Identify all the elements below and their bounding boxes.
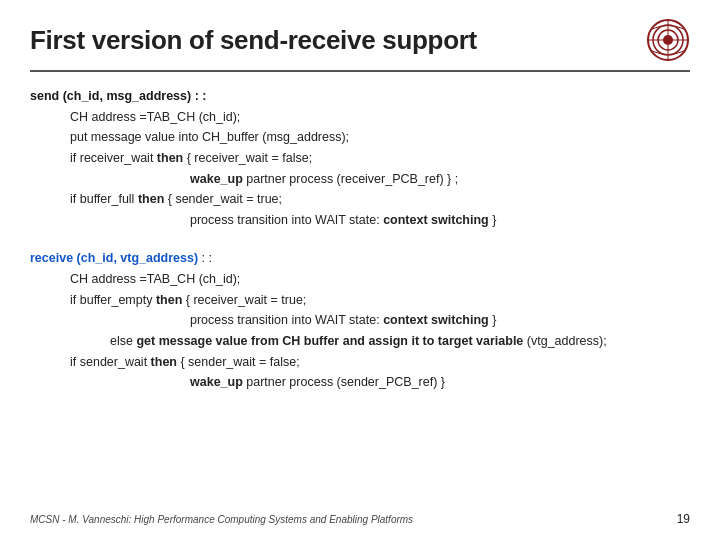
send-line5: if buffer_full then { sender_wait = true…	[30, 189, 690, 210]
receive-line6: wake_up partner process (sender_PCB_ref)…	[30, 372, 690, 393]
footer: MCSN - M. Vanneschi: High Performance Co…	[30, 512, 690, 526]
footer-page-number: 19	[677, 512, 690, 526]
send-func-name: send (ch_id, msg_address) : :	[30, 89, 206, 103]
page-title: First version of send-receive support	[30, 25, 477, 56]
receive-header: receive (ch_id, vtg_address) : :	[30, 248, 690, 269]
logo-icon	[646, 18, 690, 62]
send-section: send (ch_id, msg_address) : : CH address…	[30, 86, 690, 230]
send-header: send (ch_id, msg_address) : :	[30, 86, 690, 107]
receive-line2: if buffer_empty then { receiver_wait = t…	[30, 290, 690, 311]
send-line4: wake_up partner process (receiver_PCB_re…	[30, 169, 690, 190]
send-line1: CH address =TAB_CH (ch_id);	[30, 107, 690, 128]
receive-line5: if sender_wait then { sender_wait = fals…	[30, 352, 690, 373]
receive-line3: process transition into WAIT state: cont…	[30, 310, 690, 331]
send-line6: process transition into WAIT state: cont…	[30, 210, 690, 231]
title-area: First version of send-receive support	[30, 18, 690, 72]
send-line2: put message value into CH_buffer (msg_ad…	[30, 127, 690, 148]
send-line3: if receiver_wait then { receiver_wait = …	[30, 148, 690, 169]
footer-text: MCSN - M. Vanneschi: High Performance Co…	[30, 514, 413, 525]
receive-func-name: receive (ch_id, vtg_address)	[30, 251, 198, 265]
receive-line4: else get message value from CH buffer an…	[30, 331, 690, 352]
receive-section: receive (ch_id, vtg_address) : : CH addr…	[30, 248, 690, 392]
content-area: send (ch_id, msg_address) : : CH address…	[30, 86, 690, 393]
receive-line1: CH address =TAB_CH (ch_id);	[30, 269, 690, 290]
page: First version of send-receive support se…	[0, 0, 720, 540]
